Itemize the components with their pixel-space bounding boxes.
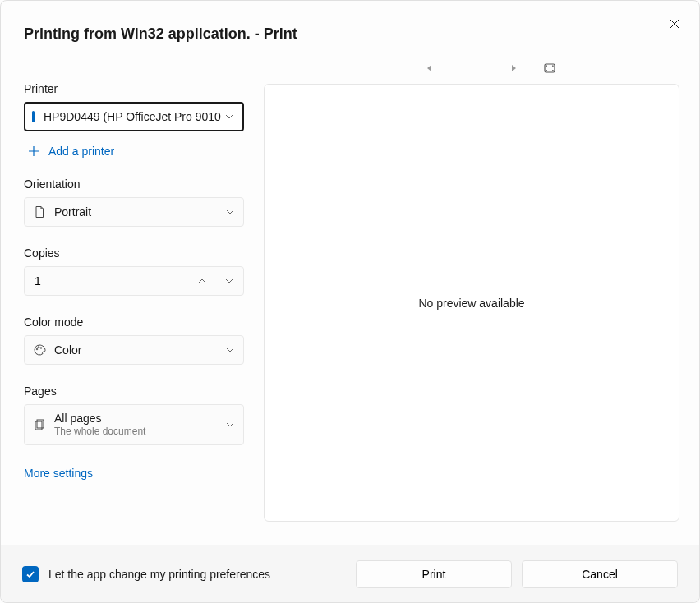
close-button[interactable] <box>661 11 688 37</box>
orientation-selected-value: Portrait <box>54 205 91 219</box>
chevron-down-icon <box>225 345 235 355</box>
add-printer-label: Add a printer <box>48 145 114 158</box>
triangle-right-icon <box>509 64 518 72</box>
triangle-left-icon <box>426 64 434 72</box>
print-button[interactable]: Print <box>356 560 512 588</box>
color-mode-label: Color mode <box>24 315 244 329</box>
chevron-down-icon <box>225 207 235 217</box>
pages-selected-value: All pages <box>54 412 145 426</box>
plus-icon <box>27 145 40 158</box>
color-mode-selected-value: Color <box>54 343 81 357</box>
copies-increment-button[interactable] <box>188 267 216 295</box>
chevron-down-icon <box>224 112 234 122</box>
chevron-down-icon <box>225 420 235 430</box>
preferences-checkbox-label: Let the app change my printing preferenc… <box>48 568 346 581</box>
chevron-down-icon <box>224 276 234 286</box>
svg-marker-10 <box>512 65 516 71</box>
preview-fit-button[interactable] <box>541 60 558 76</box>
copies-label: Copies <box>24 246 244 260</box>
preview-next-button[interactable] <box>505 60 522 76</box>
copies-input[interactable] <box>25 267 188 295</box>
chevron-up-icon <box>197 276 207 286</box>
portrait-page-icon <box>33 205 46 219</box>
printer-selected-value: HP9D0449 (HP OfficeJet Pro 9010 se <box>44 110 224 123</box>
orientation-dropdown[interactable]: Portrait <box>24 197 244 227</box>
pages-icon <box>33 418 46 431</box>
palette-icon <box>33 343 46 357</box>
preferences-checkbox[interactable] <box>22 566 39 582</box>
svg-marker-9 <box>427 65 431 71</box>
close-icon <box>669 18 680 30</box>
cancel-button[interactable]: Cancel <box>522 560 678 588</box>
preview-prev-button[interactable] <box>421 60 438 76</box>
copies-decrement-button[interactable] <box>216 267 244 295</box>
settings-panel: Printer HP9D0449 (HP OfficeJet Pro 9010 … <box>24 43 244 545</box>
preview-area: No preview available <box>264 84 679 522</box>
checkmark-icon <box>25 569 35 579</box>
dialog-footer: Let the app change my printing preferenc… <box>1 545 699 602</box>
no-preview-text: No preview available <box>418 297 524 310</box>
copies-stepper <box>24 266 244 296</box>
pages-label: Pages <box>24 384 244 398</box>
pages-subtitle: The whole document <box>54 426 145 438</box>
preview-panel: No preview available <box>264 43 679 545</box>
add-printer-link[interactable]: Add a printer <box>24 145 244 158</box>
color-mode-dropdown[interactable]: Color <box>24 335 244 365</box>
svg-point-4 <box>36 348 38 350</box>
more-settings-link[interactable]: More settings <box>24 467 244 480</box>
svg-point-6 <box>40 348 42 349</box>
pages-dropdown[interactable]: All pages The whole document <box>24 404 244 445</box>
dialog-title: Printing from Win32 application. - Print <box>1 1 699 43</box>
orientation-label: Orientation <box>24 177 244 191</box>
svg-point-5 <box>38 347 39 348</box>
printer-label: Printer <box>24 82 244 95</box>
printer-dropdown[interactable]: HP9D0449 (HP OfficeJet Pro 9010 se <box>24 102 244 131</box>
fit-screen-icon <box>544 63 555 73</box>
